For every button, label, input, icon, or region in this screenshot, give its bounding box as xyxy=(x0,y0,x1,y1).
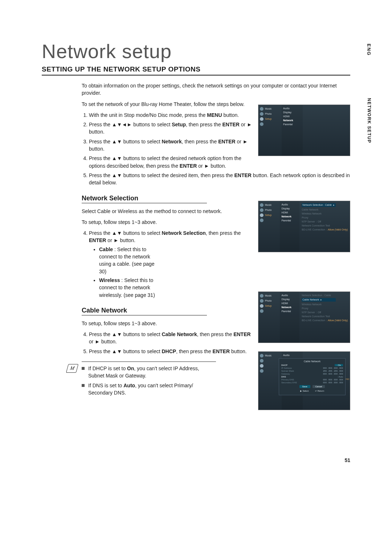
gear-icon xyxy=(260,117,264,121)
section-tab: NETWORK SETUP xyxy=(367,98,372,143)
step-4: Press the ▲▼ buttons to select the desir… xyxy=(89,155,350,170)
intro-paragraph-1: To obtain information on the proper sett… xyxy=(82,82,350,97)
ui-screenshot-dhcp: Music Audio alid Only) Cable Network DHC… xyxy=(258,351,350,410)
disc-icon xyxy=(260,369,264,373)
note-2: If DNS is set to Auto, you can't select … xyxy=(82,382,216,397)
dhcp-row: Secondary DNS000 . 000 . 000 . 000 xyxy=(281,381,343,384)
ns-bullets: Cable : Select this to connect to the ne… xyxy=(89,246,256,299)
step-5: Press the ▲▼ buttons to select the desir… xyxy=(89,172,350,187)
page-title: Network setup xyxy=(42,40,350,62)
dhcp-title: Cable Network xyxy=(281,360,343,363)
music-icon xyxy=(260,294,264,298)
page-number: 51 xyxy=(344,457,350,463)
network-selection-item[interactable]: Network Selection : Cable ▸ xyxy=(302,203,336,207)
bullet-wireless: Wireless : Select this to connect to the… xyxy=(99,277,256,299)
bullet-cable: Cable : Select this to connect to the ne… xyxy=(99,246,256,275)
lang-tab: ENG xyxy=(366,44,372,56)
save-button[interactable]: Save xyxy=(299,385,310,388)
note-icon: M xyxy=(66,364,78,373)
music-icon xyxy=(260,354,264,358)
music-icon xyxy=(260,203,264,207)
dhcp-dialog: Cable Network DHCP: OnIP Address000 . 00… xyxy=(279,358,346,395)
photo-icon xyxy=(260,359,264,363)
cancel-button[interactable]: Cancel xyxy=(313,385,325,388)
section-heading: SETTING UP THE NETWORK SETUP OPTIONS xyxy=(42,65,350,75)
disc-icon xyxy=(260,219,264,222)
return-hint: ↩ Return xyxy=(315,389,324,392)
ui-screenshot-cable-network: Music Photo Setup Audio Display HDMI Net… xyxy=(258,291,350,343)
dhcp-row: IP Address000 . 000 . 000 . 000 xyxy=(281,367,343,369)
photo-icon xyxy=(260,112,264,116)
dhcp-row: Gateway000 . 000 . 000 . 000 xyxy=(281,373,343,375)
dhcp-row: Primary DNS000 . 000 . 000 . 000 xyxy=(281,379,343,381)
ui-screenshot-network-selection: Music Photo Setup Audio Display HDMI Net… xyxy=(258,201,350,252)
dhcp-row[interactable]: DHCP: On xyxy=(281,364,343,366)
gear-icon xyxy=(260,304,264,308)
disc-icon xyxy=(260,122,264,126)
dhcp-row[interactable]: DNS: Auto xyxy=(281,376,343,378)
cable-network-item[interactable]: Cable Network ▸ xyxy=(302,298,336,302)
gear-icon xyxy=(260,213,264,217)
main-steps-list-cont: Press the ▲▼ buttons to select the desir… xyxy=(82,172,350,187)
select-hint: ▶ Select xyxy=(300,389,309,392)
photo-icon xyxy=(260,299,264,303)
dhcp-row: Subnet Mask255 . 255 . 255 . 000 xyxy=(281,370,343,372)
photo-icon xyxy=(260,208,264,212)
notes-box: M If DHCP is set to On, you can't select… xyxy=(82,362,216,396)
cable-network-heading: Cable Network xyxy=(82,307,207,315)
gear-icon xyxy=(260,364,264,368)
music-icon xyxy=(260,107,264,111)
network-selection-heading: Network Selection xyxy=(82,195,207,203)
note-1: If DHCP is set to On, you can't select I… xyxy=(82,365,216,380)
disc-icon xyxy=(260,309,264,313)
ui-screenshot-setup-network: Music Photo Setup Audio Display HDMI Net… xyxy=(258,105,350,156)
